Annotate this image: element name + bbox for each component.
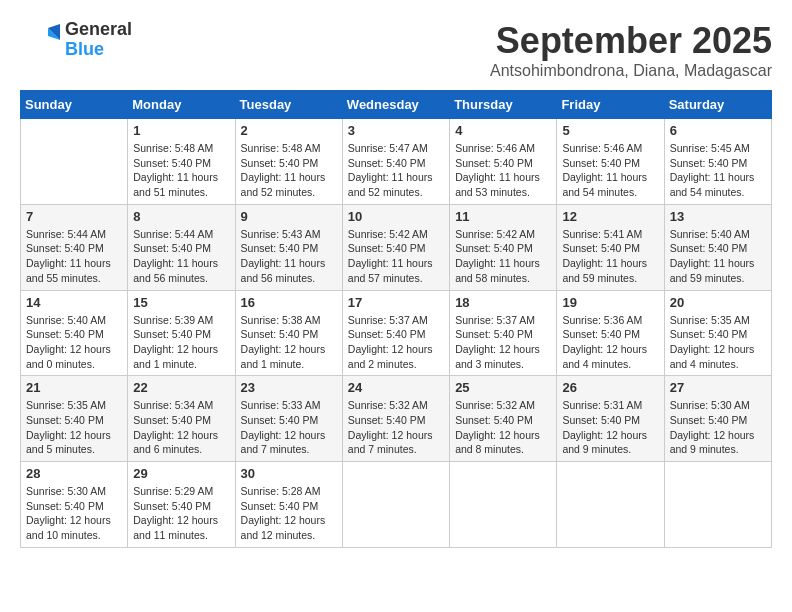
day-info: Sunrise: 5:40 AM Sunset: 5:40 PM Dayligh… — [670, 227, 766, 286]
logo-general: General — [65, 20, 132, 40]
calendar-cell: 7Sunrise: 5:44 AM Sunset: 5:40 PM Daylig… — [21, 204, 128, 290]
calendar-cell: 23Sunrise: 5:33 AM Sunset: 5:40 PM Dayli… — [235, 376, 342, 462]
day-number: 16 — [241, 295, 337, 310]
day-number: 21 — [26, 380, 122, 395]
calendar-week-5: 28Sunrise: 5:30 AM Sunset: 5:40 PM Dayli… — [21, 462, 772, 548]
day-number: 1 — [133, 123, 229, 138]
logo-text: General Blue — [65, 20, 132, 60]
calendar-cell: 3Sunrise: 5:47 AM Sunset: 5:40 PM Daylig… — [342, 119, 449, 205]
day-number: 9 — [241, 209, 337, 224]
day-number: 11 — [455, 209, 551, 224]
calendar-week-4: 21Sunrise: 5:35 AM Sunset: 5:40 PM Dayli… — [21, 376, 772, 462]
calendar-cell: 16Sunrise: 5:38 AM Sunset: 5:40 PM Dayli… — [235, 290, 342, 376]
day-number: 27 — [670, 380, 766, 395]
day-number: 13 — [670, 209, 766, 224]
calendar-cell: 27Sunrise: 5:30 AM Sunset: 5:40 PM Dayli… — [664, 376, 771, 462]
day-info: Sunrise: 5:29 AM Sunset: 5:40 PM Dayligh… — [133, 484, 229, 543]
day-info: Sunrise: 5:38 AM Sunset: 5:40 PM Dayligh… — [241, 313, 337, 372]
calendar-cell: 26Sunrise: 5:31 AM Sunset: 5:40 PM Dayli… — [557, 376, 664, 462]
header-monday: Monday — [128, 91, 235, 119]
calendar-cell: 28Sunrise: 5:30 AM Sunset: 5:40 PM Dayli… — [21, 462, 128, 548]
day-info: Sunrise: 5:30 AM Sunset: 5:40 PM Dayligh… — [26, 484, 122, 543]
calendar-cell: 12Sunrise: 5:41 AM Sunset: 5:40 PM Dayli… — [557, 204, 664, 290]
calendar-cell: 6Sunrise: 5:45 AM Sunset: 5:40 PM Daylig… — [664, 119, 771, 205]
calendar-cell — [21, 119, 128, 205]
header-sunday: Sunday — [21, 91, 128, 119]
day-info: Sunrise: 5:40 AM Sunset: 5:40 PM Dayligh… — [26, 313, 122, 372]
calendar-header-row: SundayMondayTuesdayWednesdayThursdayFrid… — [21, 91, 772, 119]
logo-icon — [20, 20, 60, 60]
day-number: 30 — [241, 466, 337, 481]
calendar-cell: 11Sunrise: 5:42 AM Sunset: 5:40 PM Dayli… — [450, 204, 557, 290]
day-info: Sunrise: 5:47 AM Sunset: 5:40 PM Dayligh… — [348, 141, 444, 200]
day-number: 18 — [455, 295, 551, 310]
day-number: 28 — [26, 466, 122, 481]
day-info: Sunrise: 5:30 AM Sunset: 5:40 PM Dayligh… — [670, 398, 766, 457]
logo: General Blue — [20, 20, 132, 60]
calendar-cell: 2Sunrise: 5:48 AM Sunset: 5:40 PM Daylig… — [235, 119, 342, 205]
day-info: Sunrise: 5:37 AM Sunset: 5:40 PM Dayligh… — [455, 313, 551, 372]
calendar-table: SundayMondayTuesdayWednesdayThursdayFrid… — [20, 90, 772, 548]
calendar-cell: 15Sunrise: 5:39 AM Sunset: 5:40 PM Dayli… — [128, 290, 235, 376]
day-number: 17 — [348, 295, 444, 310]
calendar-cell — [664, 462, 771, 548]
calendar-cell — [557, 462, 664, 548]
calendar-cell: 18Sunrise: 5:37 AM Sunset: 5:40 PM Dayli… — [450, 290, 557, 376]
day-info: Sunrise: 5:28 AM Sunset: 5:40 PM Dayligh… — [241, 484, 337, 543]
calendar-cell: 19Sunrise: 5:36 AM Sunset: 5:40 PM Dayli… — [557, 290, 664, 376]
calendar-cell — [450, 462, 557, 548]
day-number: 23 — [241, 380, 337, 395]
title-block: September 2025 Antsohimbondrona, Diana, … — [490, 20, 772, 80]
day-info: Sunrise: 5:42 AM Sunset: 5:40 PM Dayligh… — [348, 227, 444, 286]
day-info: Sunrise: 5:35 AM Sunset: 5:40 PM Dayligh… — [670, 313, 766, 372]
header-wednesday: Wednesday — [342, 91, 449, 119]
calendar-cell: 4Sunrise: 5:46 AM Sunset: 5:40 PM Daylig… — [450, 119, 557, 205]
calendar-cell: 30Sunrise: 5:28 AM Sunset: 5:40 PM Dayli… — [235, 462, 342, 548]
day-info: Sunrise: 5:31 AM Sunset: 5:40 PM Dayligh… — [562, 398, 658, 457]
day-info: Sunrise: 5:35 AM Sunset: 5:40 PM Dayligh… — [26, 398, 122, 457]
calendar-cell: 20Sunrise: 5:35 AM Sunset: 5:40 PM Dayli… — [664, 290, 771, 376]
day-number: 3 — [348, 123, 444, 138]
day-info: Sunrise: 5:36 AM Sunset: 5:40 PM Dayligh… — [562, 313, 658, 372]
calendar-cell: 14Sunrise: 5:40 AM Sunset: 5:40 PM Dayli… — [21, 290, 128, 376]
day-info: Sunrise: 5:44 AM Sunset: 5:40 PM Dayligh… — [26, 227, 122, 286]
day-info: Sunrise: 5:46 AM Sunset: 5:40 PM Dayligh… — [455, 141, 551, 200]
day-info: Sunrise: 5:48 AM Sunset: 5:40 PM Dayligh… — [241, 141, 337, 200]
day-info: Sunrise: 5:46 AM Sunset: 5:40 PM Dayligh… — [562, 141, 658, 200]
page-header: General Blue September 2025 Antsohimbond… — [20, 20, 772, 80]
day-info: Sunrise: 5:44 AM Sunset: 5:40 PM Dayligh… — [133, 227, 229, 286]
calendar-cell: 22Sunrise: 5:34 AM Sunset: 5:40 PM Dayli… — [128, 376, 235, 462]
day-number: 20 — [670, 295, 766, 310]
day-number: 5 — [562, 123, 658, 138]
calendar-cell — [342, 462, 449, 548]
day-number: 25 — [455, 380, 551, 395]
header-friday: Friday — [557, 91, 664, 119]
day-number: 24 — [348, 380, 444, 395]
calendar-cell: 17Sunrise: 5:37 AM Sunset: 5:40 PM Dayli… — [342, 290, 449, 376]
calendar-cell: 29Sunrise: 5:29 AM Sunset: 5:40 PM Dayli… — [128, 462, 235, 548]
calendar-cell: 25Sunrise: 5:32 AM Sunset: 5:40 PM Dayli… — [450, 376, 557, 462]
calendar-cell: 5Sunrise: 5:46 AM Sunset: 5:40 PM Daylig… — [557, 119, 664, 205]
calendar-cell: 8Sunrise: 5:44 AM Sunset: 5:40 PM Daylig… — [128, 204, 235, 290]
day-info: Sunrise: 5:48 AM Sunset: 5:40 PM Dayligh… — [133, 141, 229, 200]
day-info: Sunrise: 5:33 AM Sunset: 5:40 PM Dayligh… — [241, 398, 337, 457]
day-number: 10 — [348, 209, 444, 224]
day-number: 22 — [133, 380, 229, 395]
day-number: 4 — [455, 123, 551, 138]
day-info: Sunrise: 5:43 AM Sunset: 5:40 PM Dayligh… — [241, 227, 337, 286]
calendar-cell: 21Sunrise: 5:35 AM Sunset: 5:40 PM Dayli… — [21, 376, 128, 462]
calendar-week-2: 7Sunrise: 5:44 AM Sunset: 5:40 PM Daylig… — [21, 204, 772, 290]
day-info: Sunrise: 5:32 AM Sunset: 5:40 PM Dayligh… — [348, 398, 444, 457]
header-tuesday: Tuesday — [235, 91, 342, 119]
day-number: 8 — [133, 209, 229, 224]
day-info: Sunrise: 5:32 AM Sunset: 5:40 PM Dayligh… — [455, 398, 551, 457]
calendar-cell: 24Sunrise: 5:32 AM Sunset: 5:40 PM Dayli… — [342, 376, 449, 462]
day-number: 15 — [133, 295, 229, 310]
logo-blue: Blue — [65, 40, 132, 60]
day-info: Sunrise: 5:41 AM Sunset: 5:40 PM Dayligh… — [562, 227, 658, 286]
calendar-cell: 9Sunrise: 5:43 AM Sunset: 5:40 PM Daylig… — [235, 204, 342, 290]
day-number: 7 — [26, 209, 122, 224]
location-title: Antsohimbondrona, Diana, Madagascar — [490, 62, 772, 80]
calendar-week-1: 1Sunrise: 5:48 AM Sunset: 5:40 PM Daylig… — [21, 119, 772, 205]
calendar-cell: 13Sunrise: 5:40 AM Sunset: 5:40 PM Dayli… — [664, 204, 771, 290]
